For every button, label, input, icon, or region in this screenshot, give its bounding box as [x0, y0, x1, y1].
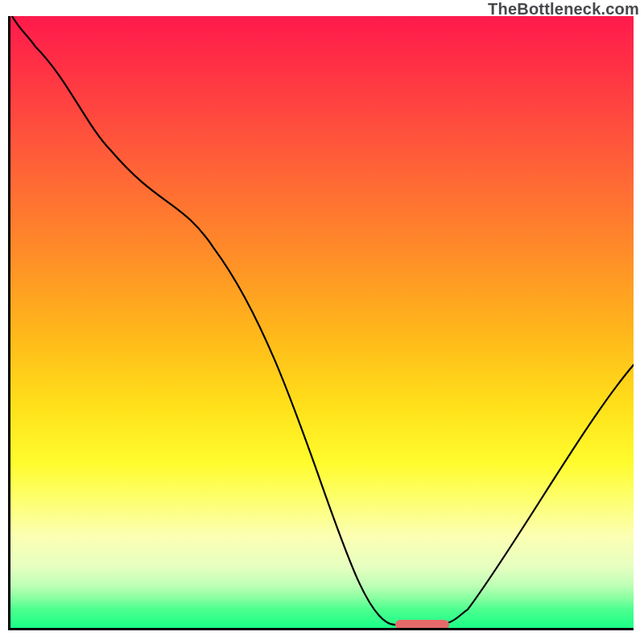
curve-path [10, 16, 634, 625]
x-axis [10, 628, 634, 630]
chart-container: TheBottleneck.com [0, 0, 644, 644]
bottleneck-curve [10, 16, 634, 628]
plot-area [10, 16, 634, 628]
y-axis [8, 16, 10, 630]
optimal-range-marker [395, 620, 449, 628]
